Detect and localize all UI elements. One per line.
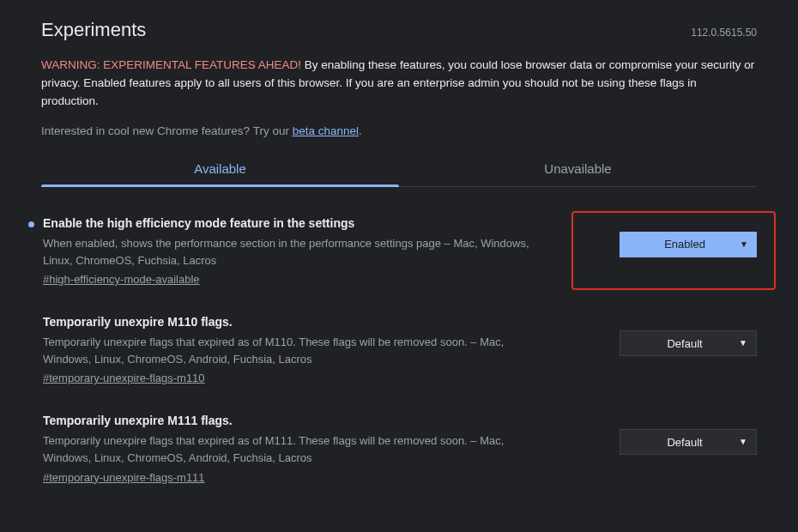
flag-select-value: Default: [631, 337, 739, 350]
flag-select[interactable]: Enabled ▼: [620, 232, 757, 257]
flag-title-text: Temporarily unexpire M110 flags.: [43, 315, 233, 329]
warning-lead: WARNING: EXPERIMENTAL FEATURES AHEAD!: [41, 58, 301, 71]
flag-row: Temporarily unexpire M110 flags. Tempora…: [41, 315, 757, 384]
modified-dot-icon: [28, 221, 34, 227]
flag-title: Temporarily unexpire M110 flags.: [43, 315, 551, 329]
flag-title: Enable the high efficiency mode feature …: [43, 216, 551, 230]
flag-description: When enabled, shows the performance sect…: [43, 235, 551, 269]
chevron-down-icon: ▼: [739, 438, 747, 446]
interest-suffix: .: [359, 124, 362, 137]
version-label: 112.0.5615.50: [691, 27, 757, 39]
flag-title-text: Enable the high efficiency mode feature …: [43, 216, 354, 230]
interest-line: Interested in cool new Chrome features? …: [41, 124, 757, 137]
warning-block: WARNING: EXPERIMENTAL FEATURES AHEAD! By…: [41, 57, 757, 111]
tab-available[interactable]: Available: [41, 153, 399, 186]
page-title: Experiments: [41, 19, 146, 41]
flag-hash-link[interactable]: #temporary-unexpire-flags-m111: [43, 471, 205, 484]
flag-description: Temporarily unexpire flags that expired …: [43, 334, 551, 368]
chevron-down-icon: ▼: [739, 339, 747, 348]
flag-row: Temporarily unexpire M111 flags. Tempora…: [41, 414, 757, 483]
tab-unavailable[interactable]: Unavailable: [399, 153, 757, 186]
flag-hash-link[interactable]: #temporary-unexpire-flags-m110: [43, 372, 205, 384]
flag-title: Temporarily unexpire M111 flags.: [43, 414, 551, 427]
flag-row: Enable the high efficiency mode feature …: [41, 216, 757, 286]
flag-select[interactable]: Default ▼: [620, 429, 757, 455]
tabs: Available Unavailable: [41, 153, 757, 187]
flag-hash-link[interactable]: #high-efficiency-mode-available: [43, 273, 200, 286]
flag-select-value: Default: [631, 436, 739, 449]
beta-channel-link[interactable]: beta channel: [293, 124, 359, 137]
chevron-down-icon: ▼: [740, 240, 748, 249]
flag-select[interactable]: Default ▼: [620, 330, 757, 356]
flag-title-text: Temporarily unexpire M111 flags.: [43, 414, 233, 427]
flag-description: Temporarily unexpire flags that expired …: [43, 432, 551, 467]
interest-prefix: Interested in cool new Chrome features? …: [41, 124, 293, 137]
flag-select-value: Enabled: [630, 238, 740, 251]
